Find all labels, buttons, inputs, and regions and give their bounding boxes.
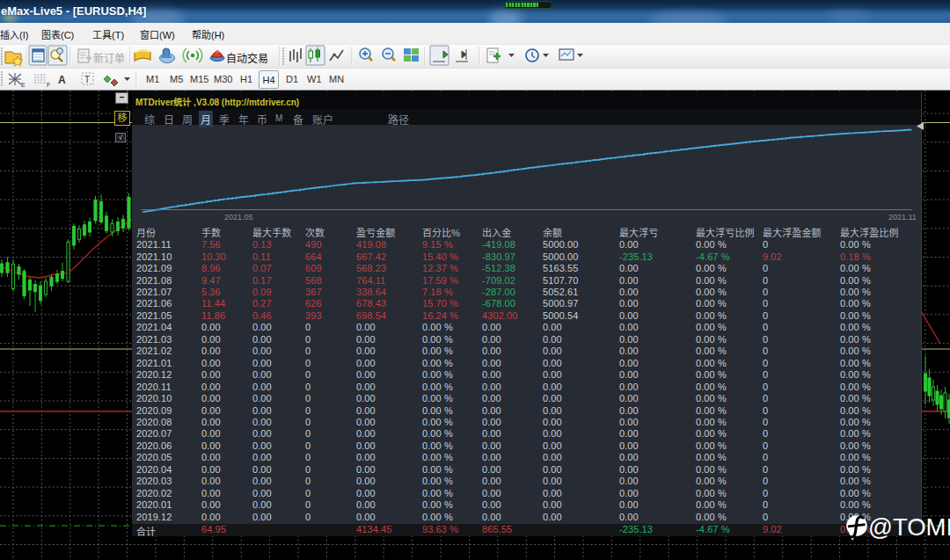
svg-text:2021.11: 2021.11 <box>888 213 917 222</box>
svg-text:F: F <box>47 82 50 88</box>
svg-text:@TOMI: @TOMI <box>868 513 950 541</box>
svg-text:2021.05: 2021.05 <box>224 213 253 222</box>
svg-text:A: A <box>58 74 66 86</box>
svg-text:T: T <box>84 75 90 84</box>
svg-text:E: E <box>21 82 26 88</box>
